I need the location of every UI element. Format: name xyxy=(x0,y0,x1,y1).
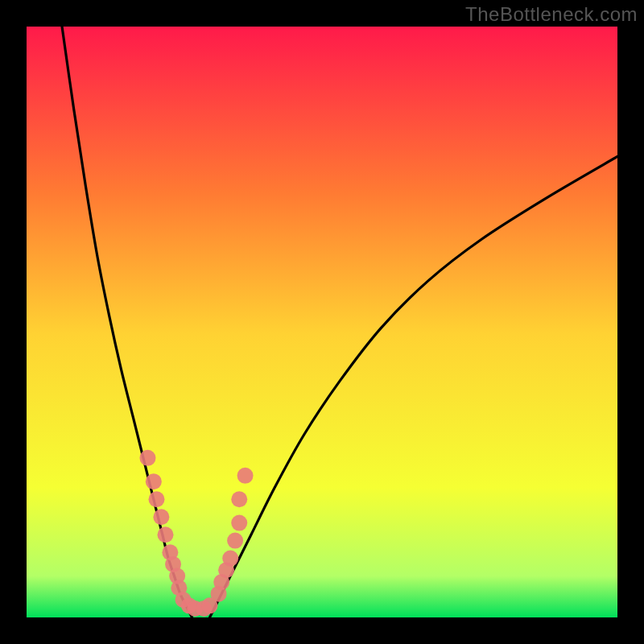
chart-svg xyxy=(27,27,617,617)
data-point xyxy=(227,533,243,549)
data-point xyxy=(148,491,164,507)
plot-area xyxy=(27,27,617,617)
data-point xyxy=(231,515,247,531)
watermark-text: TheBottleneck.com xyxy=(465,3,638,26)
data-point xyxy=(157,526,173,543)
data-point xyxy=(139,450,155,466)
data-point xyxy=(231,491,247,507)
svg-rect-0 xyxy=(27,27,617,617)
data-point xyxy=(153,509,169,525)
data-point xyxy=(146,473,162,489)
chart-frame: TheBottleneck.com xyxy=(0,0,644,644)
data-point xyxy=(222,551,238,567)
data-point xyxy=(237,468,254,484)
